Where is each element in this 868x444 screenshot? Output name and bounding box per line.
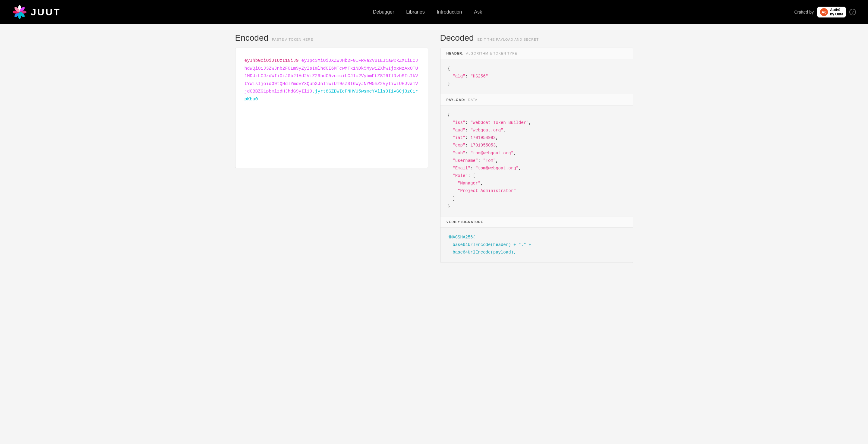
jwt-header-part: eyJhbGciOiJIUzI1NiJ9 bbox=[245, 58, 299, 63]
header-section-body: { "alg": "HS256" } bbox=[440, 59, 633, 94]
header-section-header: HEADER: ALGORITHM & TOKEN TYPE bbox=[440, 48, 633, 59]
encoded-title: Encoded bbox=[235, 33, 269, 43]
payload-section: PAYLOAD: DATA { "iss": "WebGoat Token Bu… bbox=[440, 94, 633, 216]
payload-sub: DATA bbox=[468, 98, 477, 102]
crafted-by-label: Crafted by bbox=[794, 10, 814, 14]
header-right: Crafted by A0 Auth0 by Okta ? bbox=[794, 7, 856, 18]
encoded-title-area: Encoded PASTE A TOKEN HERE bbox=[235, 33, 428, 43]
main-content: Encoded PASTE A TOKEN HERE eyJhbGciOiJIU… bbox=[223, 24, 645, 272]
header-json-brace-close: } bbox=[448, 82, 450, 86]
nav-debugger[interactable]: Debugger bbox=[373, 9, 394, 15]
encoded-token-text: eyJhbGciOiJIUzI1NiJ9.eyJpc3MiOiJXZWJHb2F… bbox=[245, 57, 419, 103]
decoded-subtitle: EDIT THE PAYLOAD AND SECRET bbox=[477, 38, 539, 41]
payload-json: { "iss": "WebGoat Token Builder", "aud":… bbox=[448, 112, 626, 210]
header-section: HEADER: ALGORITHM & TOKEN TYPE { "alg": … bbox=[440, 48, 633, 94]
verify-label: VERIFY SIGNATURE bbox=[446, 220, 484, 224]
decoded-wrapper: HEADER: ALGORITHM & TOKEN TYPE { "alg": … bbox=[440, 47, 633, 263]
svg-text:A0: A0 bbox=[822, 10, 827, 14]
jwt-dot2: . bbox=[312, 89, 315, 94]
verify-code: HMACSHA256( base64UrlEncode(header) + ".… bbox=[448, 233, 626, 256]
auth0-logo-icon: A0 bbox=[820, 8, 828, 16]
logo-area: JUUT bbox=[12, 4, 61, 20]
decoded-panel: Decoded EDIT THE PAYLOAD AND SECRET HEAD… bbox=[440, 33, 633, 263]
header-json-brace-open: { bbox=[448, 66, 450, 71]
header-colon: : bbox=[465, 74, 470, 79]
header-alg-key: "alg" bbox=[453, 74, 465, 79]
main-nav: Debugger Libraries Introduction Ask bbox=[373, 9, 482, 15]
verify-section-header: VERIFY SIGNATURE bbox=[440, 216, 633, 228]
decoded-title: Decoded bbox=[440, 33, 474, 43]
verify-line3: base64UrlEncode(payload), bbox=[453, 250, 516, 255]
auth0-text-line1: Auth0 bbox=[830, 8, 843, 12]
jwt-dot1: . bbox=[299, 58, 302, 63]
logo-icon bbox=[12, 4, 27, 20]
nav-introduction[interactable]: Introduction bbox=[437, 9, 462, 15]
nav-libraries[interactable]: Libraries bbox=[406, 9, 425, 15]
logo-text: JUUT bbox=[31, 7, 61, 18]
encoded-box[interactable]: eyJhbGciOiJIUzI1NiJ9.eyJpc3MiOiJXZWJHb2F… bbox=[235, 47, 428, 168]
nav-ask[interactable]: Ask bbox=[474, 9, 482, 15]
payload-section-body: { "iss": "WebGoat Token Builder", "aud":… bbox=[440, 105, 633, 216]
header-sub: ALGORITHM & TOKEN TYPE bbox=[466, 52, 517, 55]
help-button[interactable]: ? bbox=[849, 9, 856, 15]
payload-label: PAYLOAD: bbox=[446, 98, 466, 102]
auth0-text-line2: by Okta bbox=[830, 12, 843, 16]
header-label: HEADER: bbox=[446, 52, 464, 55]
payload-section-header: PAYLOAD: DATA bbox=[440, 94, 633, 105]
app-header: JUUT Debugger Libraries Introduction Ask… bbox=[0, 0, 868, 24]
encoded-panel: Encoded PASTE A TOKEN HERE eyJhbGciOiJIU… bbox=[235, 33, 428, 263]
verify-section: VERIFY SIGNATURE HMACSHA256( base64UrlEn… bbox=[440, 216, 633, 262]
verify-section-body: HMACSHA256( base64UrlEncode(header) + ".… bbox=[440, 228, 633, 262]
auth0-badge: A0 Auth0 by Okta bbox=[817, 7, 846, 18]
header-json: { "alg": "HS256" } bbox=[448, 65, 626, 88]
verify-line2: base64UrlEncode(header) + "." + bbox=[453, 242, 531, 247]
header-alg-value: "HS256" bbox=[470, 74, 488, 79]
encoded-subtitle: PASTE A TOKEN HERE bbox=[272, 38, 313, 41]
verify-func-name: HMACSHA256( bbox=[448, 235, 475, 240]
decoded-title-area: Decoded EDIT THE PAYLOAD AND SECRET bbox=[440, 33, 633, 43]
